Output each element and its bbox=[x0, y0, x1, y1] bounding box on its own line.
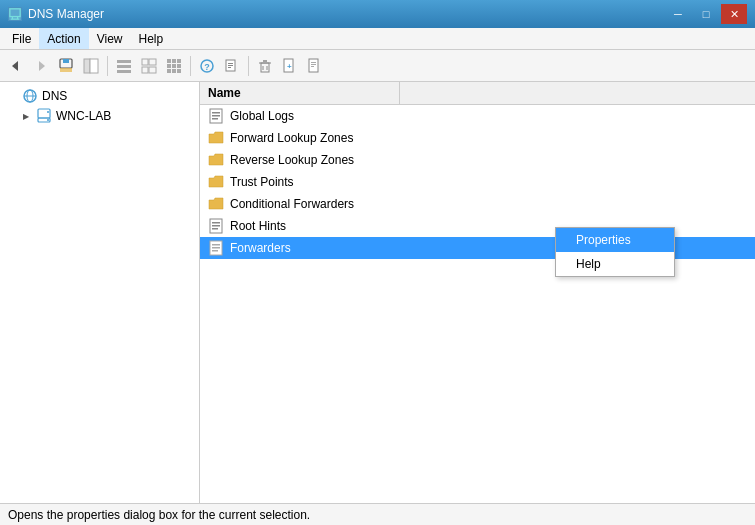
toolbar-btn-details[interactable] bbox=[137, 54, 161, 78]
window-title: DNS Manager bbox=[28, 7, 104, 21]
svg-rect-8 bbox=[60, 68, 72, 72]
minimize-button[interactable]: ─ bbox=[665, 4, 691, 24]
svg-rect-11 bbox=[117, 60, 131, 63]
svg-rect-21 bbox=[167, 64, 171, 68]
global-logs-icon bbox=[208, 108, 224, 124]
menu-help[interactable]: Help bbox=[131, 28, 172, 49]
list-item-conditional-forwarders[interactable]: Conditional Forwarders bbox=[200, 193, 755, 215]
show-hide-button[interactable] bbox=[79, 54, 103, 78]
toolbar-help-button[interactable]: ? bbox=[195, 54, 219, 78]
tree-arrow-dns bbox=[6, 90, 18, 102]
tree-arrow-wnc-lab: ▶ bbox=[20, 110, 32, 122]
toolbar-btn-icons[interactable] bbox=[162, 54, 186, 78]
svg-rect-26 bbox=[177, 69, 181, 73]
menu-file[interactable]: File bbox=[4, 28, 39, 49]
svg-point-49 bbox=[47, 111, 49, 113]
svg-rect-16 bbox=[142, 67, 148, 73]
svg-rect-18 bbox=[167, 59, 171, 63]
svg-rect-41 bbox=[311, 62, 316, 63]
svg-text:?: ? bbox=[204, 62, 210, 72]
tree-item-wnc-lab[interactable]: ▶ WNC-LAB bbox=[0, 106, 199, 126]
status-bar: Opens the properties dialog box for the … bbox=[0, 503, 755, 525]
svg-text:+: + bbox=[287, 62, 292, 71]
svg-rect-9 bbox=[84, 59, 90, 73]
svg-rect-7 bbox=[63, 59, 69, 63]
svg-rect-10 bbox=[90, 59, 98, 73]
context-menu-properties[interactable]: Properties bbox=[556, 228, 674, 252]
svg-marker-5 bbox=[39, 61, 45, 71]
svg-rect-33 bbox=[261, 63, 269, 72]
svg-rect-22 bbox=[172, 64, 176, 68]
svg-rect-24 bbox=[167, 69, 171, 73]
svg-rect-19 bbox=[172, 59, 176, 63]
svg-rect-23 bbox=[177, 64, 181, 68]
menu-view[interactable]: View bbox=[89, 28, 131, 49]
svg-point-50 bbox=[47, 119, 49, 121]
svg-rect-43 bbox=[311, 66, 314, 67]
column-type bbox=[400, 82, 755, 104]
list-item-forward-lookup[interactable]: Forward Lookup Zones bbox=[200, 127, 755, 149]
svg-rect-62 bbox=[212, 250, 218, 252]
tree-panel: DNS ▶ WNC-LAB bbox=[0, 82, 200, 503]
main-content: DNS ▶ WNC-LAB Name bbox=[0, 82, 755, 503]
svg-rect-42 bbox=[311, 64, 316, 65]
maximize-button[interactable]: □ bbox=[693, 4, 719, 24]
svg-rect-14 bbox=[142, 59, 148, 65]
global-logs-label: Global Logs bbox=[230, 109, 294, 123]
svg-rect-52 bbox=[212, 112, 220, 114]
tree-item-dns[interactable]: DNS bbox=[0, 86, 199, 106]
reverse-lookup-label: Reverse Lookup Zones bbox=[230, 153, 354, 167]
list-item-reverse-lookup[interactable]: Reverse Lookup Zones bbox=[200, 149, 755, 171]
svg-rect-53 bbox=[212, 115, 220, 117]
svg-rect-0 bbox=[10, 9, 20, 17]
svg-rect-25 bbox=[172, 69, 176, 73]
title-bar-left: DNS Manager bbox=[8, 7, 104, 21]
toolbar-separator-2 bbox=[190, 56, 191, 76]
root-hints-label: Root Hints bbox=[230, 219, 286, 233]
server-icon bbox=[36, 108, 52, 124]
svg-rect-12 bbox=[117, 65, 131, 68]
reverse-lookup-icon bbox=[208, 152, 224, 168]
svg-rect-56 bbox=[212, 222, 220, 224]
forwarders-icon bbox=[208, 240, 224, 256]
toolbar: ? + bbox=[0, 50, 755, 82]
toolbar-delete-button[interactable] bbox=[253, 54, 277, 78]
list-item-trust-points[interactable]: Trust Points bbox=[200, 171, 755, 193]
toolbar-separator-3 bbox=[248, 56, 249, 76]
forward-lookup-label: Forward Lookup Zones bbox=[230, 131, 353, 145]
trust-points-icon bbox=[208, 174, 224, 190]
app-icon bbox=[8, 7, 22, 21]
toolbar-separator-1 bbox=[107, 56, 108, 76]
svg-rect-32 bbox=[228, 67, 231, 68]
column-name: Name bbox=[200, 82, 400, 104]
svg-rect-61 bbox=[212, 247, 220, 249]
status-text: Opens the properties dialog box for the … bbox=[8, 508, 310, 522]
toolbar-export-button[interactable] bbox=[220, 54, 244, 78]
toolbar-btn-list[interactable] bbox=[112, 54, 136, 78]
right-panel: Name Global Logs Forward Lookup Zon bbox=[200, 82, 755, 503]
context-menu-help[interactable]: Help bbox=[556, 252, 674, 276]
root-hints-icon bbox=[208, 218, 224, 234]
svg-rect-15 bbox=[149, 59, 156, 65]
up-button[interactable] bbox=[54, 54, 78, 78]
svg-rect-57 bbox=[212, 225, 220, 227]
svg-rect-31 bbox=[228, 65, 233, 66]
trust-points-label: Trust Points bbox=[230, 175, 294, 189]
conditional-forwarders-label: Conditional Forwarders bbox=[230, 197, 354, 211]
list-item-global-logs[interactable]: Global Logs bbox=[200, 105, 755, 127]
forwarders-label: Forwarders bbox=[230, 241, 291, 255]
forward-button[interactable] bbox=[29, 54, 53, 78]
svg-rect-54 bbox=[212, 118, 218, 120]
menu-bar: File Action View Help bbox=[0, 28, 755, 50]
svg-rect-20 bbox=[177, 59, 181, 63]
close-button[interactable]: ✕ bbox=[721, 4, 747, 24]
menu-action[interactable]: Action bbox=[39, 28, 88, 49]
toolbar-new2-button[interactable] bbox=[303, 54, 327, 78]
back-button[interactable] bbox=[4, 54, 28, 78]
svg-rect-47 bbox=[38, 109, 50, 118]
tree-label-wnc-lab: WNC-LAB bbox=[56, 109, 111, 123]
svg-rect-13 bbox=[117, 70, 131, 73]
toolbar-new1-button[interactable]: + bbox=[278, 54, 302, 78]
dns-icon bbox=[22, 88, 38, 104]
svg-rect-58 bbox=[212, 228, 218, 230]
